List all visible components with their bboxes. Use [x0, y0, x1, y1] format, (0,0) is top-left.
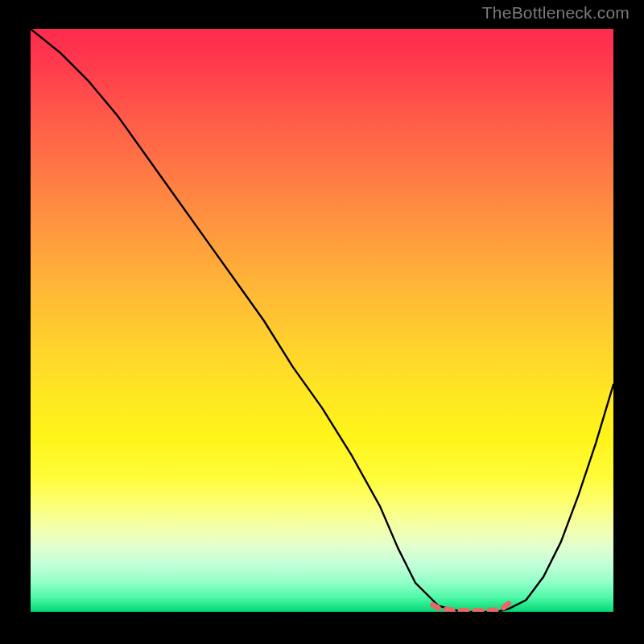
chart-svg	[31, 29, 613, 612]
chart-plot-area	[31, 29, 613, 612]
attribution-text: TheBottleneck.com	[482, 3, 630, 23]
bottleneck-curve-line	[31, 29, 613, 612]
